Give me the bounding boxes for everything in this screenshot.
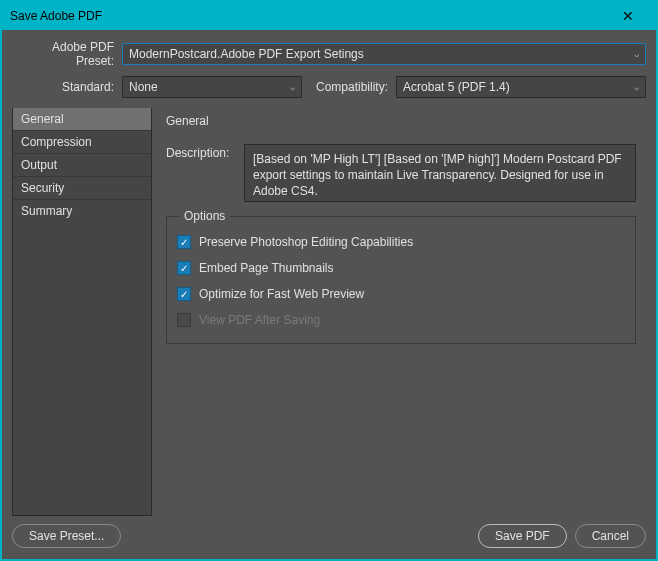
sidebar-item-compression[interactable]: Compression [13, 130, 151, 153]
save-pdf-button[interactable]: Save PDF [478, 524, 567, 548]
checkbox-icon[interactable]: ✓ [177, 261, 191, 275]
chevron-down-icon: ⌵ [634, 82, 639, 92]
main-area: General Compression Output Security Summ… [12, 108, 646, 516]
dialog-content: Adobe PDF Preset: ModernPostcard.Adobe P… [2, 30, 656, 516]
standard-select[interactable]: None ⌵ [122, 76, 302, 98]
chevron-down-icon: ⌵ [634, 49, 639, 59]
options-legend: Options [179, 209, 230, 223]
sidebar-item-summary[interactable]: Summary [13, 199, 151, 222]
compatibility-value: Acrobat 5 (PDF 1.4) [403, 80, 510, 94]
sidebar-item-security[interactable]: Security [13, 176, 151, 199]
option-label: Optimize for Fast Web Preview [199, 287, 364, 301]
option-preserve-editing[interactable]: ✓ Preserve Photoshop Editing Capabilitie… [177, 229, 625, 255]
sidebar-item-label: Security [21, 181, 64, 195]
button-label: Cancel [592, 529, 629, 543]
window-title: Save Adobe PDF [10, 9, 608, 23]
sidebar-item-label: Summary [21, 204, 72, 218]
cancel-button[interactable]: Cancel [575, 524, 646, 548]
option-embed-thumbnails[interactable]: ✓ Embed Page Thumbnails [177, 255, 625, 281]
option-view-after-saving: View PDF After Saving [177, 307, 625, 333]
option-fast-web-preview[interactable]: ✓ Optimize for Fast Web Preview [177, 281, 625, 307]
option-label: Preserve Photoshop Editing Capabilities [199, 235, 413, 249]
standard-compat-row: Standard: None ⌵ Compatibility: Acrobat … [12, 76, 646, 98]
sidebar-item-general[interactable]: General [13, 108, 151, 130]
sidebar-item-label: Output [21, 158, 57, 172]
button-label: Save Preset... [29, 529, 104, 543]
description-textarea[interactable]: [Based on 'MP High LT'] [Based on '[MP h… [244, 144, 636, 202]
checkbox-icon[interactable]: ✓ [177, 235, 191, 249]
sidebar-item-output[interactable]: Output [13, 153, 151, 176]
close-icon[interactable]: ✕ [608, 8, 648, 24]
options-fieldset: Options ✓ Preserve Photoshop Editing Cap… [166, 216, 636, 344]
sidebar-item-label: Compression [21, 135, 92, 149]
button-label: Save PDF [495, 529, 550, 543]
preset-row: Adobe PDF Preset: ModernPostcard.Adobe P… [12, 40, 646, 68]
checkbox-icon [177, 313, 191, 327]
standard-value: None [129, 80, 158, 94]
description-row: Description: [Based on 'MP High LT'] [Ba… [166, 144, 636, 202]
compatibility-select[interactable]: Acrobat 5 (PDF 1.4) ⌵ [396, 76, 646, 98]
sidebar: General Compression Output Security Summ… [12, 108, 152, 516]
chevron-down-icon: ⌵ [290, 82, 295, 92]
checkbox-icon[interactable]: ✓ [177, 287, 191, 301]
sidebar-item-label: General [21, 112, 64, 126]
standard-label: Standard: [12, 80, 122, 94]
compatibility-label: Compatibility: [302, 80, 396, 94]
titlebar: Save Adobe PDF ✕ [2, 2, 656, 30]
option-label: Embed Page Thumbnails [199, 261, 334, 275]
preset-value: ModernPostcard.Adobe PDF Export Setings [129, 47, 364, 61]
footer: Save Preset... Save PDF Cancel [2, 516, 656, 558]
description-label: Description: [166, 144, 244, 202]
panel-general: General Description: [Based on 'MP High … [152, 108, 646, 516]
save-preset-button[interactable]: Save Preset... [12, 524, 121, 548]
panel-title: General [166, 114, 636, 128]
preset-label: Adobe PDF Preset: [12, 40, 122, 68]
option-label: View PDF After Saving [199, 313, 320, 327]
preset-select[interactable]: ModernPostcard.Adobe PDF Export Setings … [122, 43, 646, 65]
